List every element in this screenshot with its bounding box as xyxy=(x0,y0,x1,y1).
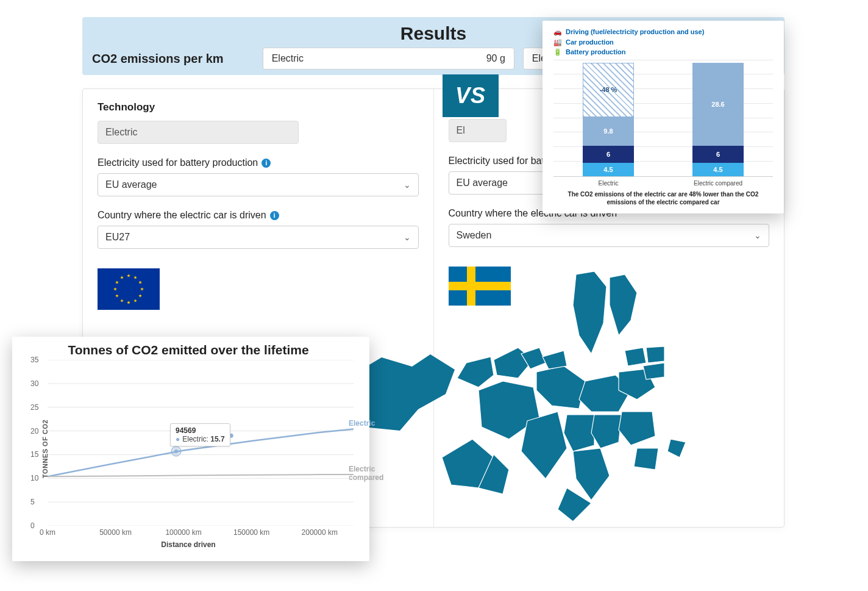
bar-category-label: Electric xyxy=(583,177,634,187)
result-electric-name: Electric xyxy=(272,53,304,64)
legend-car: Car production xyxy=(566,37,614,48)
country-label-text: Country where the electric car is driven xyxy=(98,210,266,221)
eu-flag-icon xyxy=(98,268,160,310)
country-label-left: Country where the electric car is driven… xyxy=(98,210,419,221)
car-icon: 🚗 xyxy=(553,27,562,37)
x-axis-label: Distance driven xyxy=(17,540,360,549)
battery-prod-label-text: Electricity used for battery production xyxy=(98,157,258,168)
stacked-bar-popup: 🚗Driving (fuel/electricity production an… xyxy=(542,21,784,213)
y-tick: 20 xyxy=(30,427,38,435)
bar-stack: 4.569.8-48 % xyxy=(583,117,634,176)
co2-label: CO2 emissions per km xyxy=(92,52,224,66)
technology-field-right[interactable]: El xyxy=(449,119,507,142)
line-title: Tonnes of CO2 emitted over the lifetime xyxy=(17,343,360,357)
line-chart-popup: Tonnes of CO2 emitted over the lifetime … xyxy=(12,337,369,561)
legend-driving: Driving (fuel/electricity production and… xyxy=(566,27,704,37)
technology-heading: Technology xyxy=(98,101,419,113)
country-select-left[interactable]: EU27 ⌄ xyxy=(98,226,419,249)
x-tick: 50000 km xyxy=(99,528,132,537)
x-tick: 200000 km xyxy=(302,528,338,537)
technology-value-right: El xyxy=(457,125,465,136)
battery-prod-value-right: EU average xyxy=(457,177,508,188)
map-right xyxy=(436,268,692,531)
technology-value-left: Electric xyxy=(105,127,137,138)
x-tick: 100000 km xyxy=(165,528,201,537)
chart-tooltip: 94569●Electric: 15.7 xyxy=(170,423,230,446)
y-tick: 0 xyxy=(30,521,35,530)
x-tick: 0 km xyxy=(40,528,55,537)
bar-stack: 4.5628.6 xyxy=(692,63,744,176)
legend-battery: Battery production xyxy=(566,47,625,57)
battery-prod-value-left: EU average xyxy=(105,179,157,190)
factory-icon: 🏭 xyxy=(553,37,562,48)
y-tick: 5 xyxy=(30,498,35,506)
line-plot: 051015202530350 km50000 km100000 km15000… xyxy=(48,360,354,526)
y-tick: 15 xyxy=(30,450,38,459)
country-value-right: Sweden xyxy=(457,230,492,241)
chevron-down-icon: ⌄ xyxy=(404,180,411,190)
battery-prod-label-left: Electricity used for battery production … xyxy=(98,157,419,168)
bar-category-label: Electric compared xyxy=(692,177,744,187)
y-tick: 10 xyxy=(30,474,38,482)
info-icon[interactable]: i xyxy=(270,211,279,220)
result-electric: Electric 90 g xyxy=(263,48,514,70)
svg-point-11 xyxy=(174,450,178,453)
bar-plot: 4.569.8-48 %4.5628.6 xyxy=(553,61,773,177)
y-tick: 25 xyxy=(30,403,38,412)
country-value-left: EU27 xyxy=(105,232,130,243)
x-tick: 150000 km xyxy=(233,528,269,537)
bar-legend: 🚗Driving (fuel/electricity production an… xyxy=(553,27,773,57)
bar-xlabels: ElectricElectric compared xyxy=(553,177,773,187)
info-icon[interactable]: i xyxy=(261,159,271,168)
technology-field-left[interactable]: Electric xyxy=(98,121,299,144)
country-select-right[interactable]: Sweden ⌄ xyxy=(449,224,770,247)
chevron-down-icon: ⌄ xyxy=(754,231,761,240)
y-tick: 35 xyxy=(30,356,38,364)
battery-icon: 🔋 xyxy=(553,47,562,57)
bar-caption: The CO2 emissions of the electric car ar… xyxy=(553,190,773,207)
vs-badge: VS xyxy=(443,74,499,117)
y-tick: 30 xyxy=(30,379,38,388)
chevron-down-icon: ⌄ xyxy=(404,232,411,242)
battery-prod-select-left[interactable]: EU average ⌄ xyxy=(98,173,419,196)
series-label: Electric compared xyxy=(349,465,383,482)
result-electric-value: 90 g xyxy=(486,53,505,64)
